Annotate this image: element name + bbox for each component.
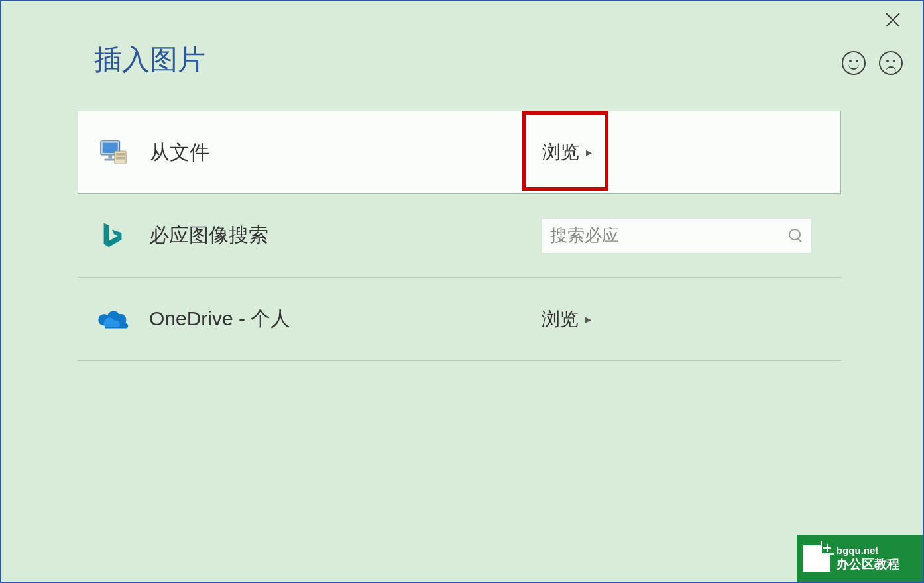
- option-onedrive-label: OneDrive - 个人: [149, 305, 823, 333]
- svg-rect-5: [116, 153, 125, 156]
- option-bing-search[interactable]: 必应图像搜索: [78, 194, 841, 278]
- onedrive-icon: [96, 303, 129, 336]
- close-icon[interactable]: [884, 11, 902, 29]
- svg-rect-3: [105, 159, 116, 161]
- bing-search-input[interactable]: [550, 225, 789, 246]
- feedback-icons: [842, 51, 903, 75]
- happy-face-icon[interactable]: [842, 51, 866, 75]
- onedrive-browse-button[interactable]: 浏览 ▸: [542, 307, 591, 332]
- watermark-url: bgqu.net: [837, 544, 899, 557]
- svg-rect-2: [108, 155, 112, 159]
- bing-search-box[interactable]: [542, 218, 812, 254]
- svg-rect-6: [116, 157, 125, 160]
- option-from-file[interactable]: 从文件 浏览 ▸: [78, 111, 841, 194]
- insert-picture-options: 从文件 浏览 ▸ 必应图像搜索 OneDrive - 个人 浏览: [78, 111, 841, 361]
- page-title: 插入图片: [94, 41, 205, 78]
- file-browse-button[interactable]: 浏览 ▸: [542, 140, 592, 165]
- sad-face-icon[interactable]: [879, 51, 903, 75]
- chevron-right-icon: ▸: [586, 145, 592, 160]
- option-from-file-label: 从文件: [150, 139, 822, 166]
- onedrive-browse-label: 浏览: [542, 307, 579, 332]
- watermark-text: bgqu.net 办公区教程: [837, 544, 899, 573]
- option-onedrive[interactable]: OneDrive - 个人 浏览 ▸: [78, 278, 841, 361]
- watermark: bgqu.net 办公区教程: [797, 535, 923, 582]
- bing-icon: [96, 219, 129, 252]
- file-browse-label: 浏览: [542, 140, 579, 165]
- chevron-right-icon: ▸: [585, 312, 591, 327]
- search-icon[interactable]: [789, 229, 803, 243]
- window-close-area: [873, 7, 913, 33]
- watermark-logo: [803, 545, 830, 572]
- computer-icon: [97, 136, 130, 169]
- watermark-label: 办公区教程: [837, 556, 899, 573]
